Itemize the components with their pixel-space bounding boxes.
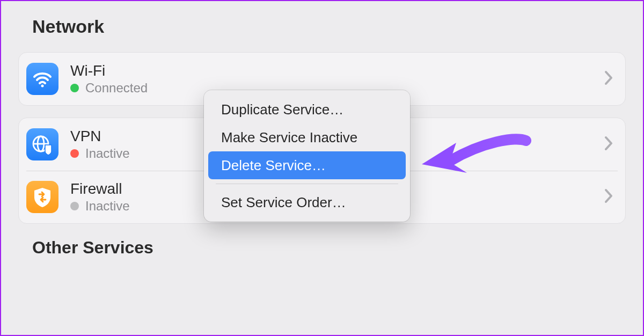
chevron-right-icon bbox=[604, 135, 613, 154]
wifi-icon bbox=[26, 63, 58, 95]
status-dot-icon bbox=[70, 84, 79, 92]
vpn-status-label: Inactive bbox=[85, 146, 130, 161]
chevron-right-icon bbox=[604, 70, 613, 88]
menu-make-inactive[interactable]: Make Service Inactive bbox=[208, 123, 406, 151]
globe-shield-icon bbox=[26, 128, 58, 160]
wifi-status-label: Connected bbox=[85, 81, 148, 96]
menu-delete-service[interactable]: Delete Service… bbox=[208, 151, 406, 179]
status-dot-icon bbox=[70, 149, 79, 158]
wifi-title: Wi-Fi bbox=[70, 62, 604, 79]
status-dot-icon bbox=[70, 202, 79, 210]
menu-duplicate-service[interactable]: Duplicate Service… bbox=[208, 96, 406, 123]
other-section-title: Other Services bbox=[32, 238, 626, 258]
chevron-right-icon bbox=[604, 188, 613, 206]
menu-separator bbox=[216, 184, 398, 184]
firewall-shield-icon bbox=[26, 181, 58, 213]
firewall-status-label: Inactive bbox=[85, 199, 130, 214]
svg-point-0 bbox=[41, 85, 44, 87]
section-title: Network bbox=[32, 16, 626, 37]
context-menu: Duplicate Service… Make Service Inactive… bbox=[204, 90, 410, 222]
menu-set-service-order[interactable]: Set Service Order… bbox=[208, 188, 406, 216]
